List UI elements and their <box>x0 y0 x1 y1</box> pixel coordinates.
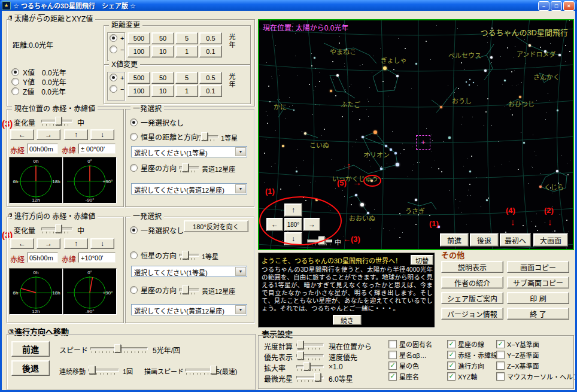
zoom-slider[interactable] <box>296 361 324 371</box>
dec-increase-button[interactable]: ↑ <box>64 129 88 140</box>
radio-oneshot-none-current[interactable]: 一発選択なし <box>130 117 184 127</box>
step-button-500[interactable]: 500 <box>127 72 150 84</box>
radio-y-axis[interactable]: Y値0.0光年 <box>11 77 66 86</box>
radio-circle[interactable] <box>110 45 117 53</box>
checkbox-star-proper-names[interactable]: 星の固有名 <box>388 339 432 350</box>
radio-circle[interactable] <box>130 226 138 234</box>
zodiac-select-direction[interactable]: 選択してください(黄道12星座) ▼ <box>131 304 247 315</box>
step-button-0.5[interactable]: 0.5 <box>199 72 222 84</box>
radio-distance-minus[interactable]: − <box>110 45 124 53</box>
print-button[interactable]: 印 刷 <box>507 292 569 304</box>
delta-slider-direction[interactable] <box>41 224 72 233</box>
reverse-180-button[interactable]: 180°反対を向く <box>184 220 248 232</box>
radio-z-axis[interactable]: Z値0.0光年 <box>11 86 66 96</box>
checkbox-star-greek-letters[interactable]: 星名αβ… <box>388 350 432 360</box>
checkbox-box[interactable] <box>388 340 397 348</box>
step-button-500[interactable]: 500 <box>127 32 150 44</box>
step-button-50[interactable]: 50 <box>151 72 174 84</box>
checkbox-constellation-names[interactable]: ✓星座名 <box>388 371 432 382</box>
checkbox-mouse-cursor-help[interactable]: マウスカーソル・ヘルプ <box>496 371 575 382</box>
radio-circle[interactable] <box>130 251 138 259</box>
step-button-100[interactable]: 100 <box>127 45 150 57</box>
radio-constellation-direction-current[interactable]: 星座の方向 <box>130 163 177 173</box>
combo-dropdown-button[interactable]: ▼ <box>235 305 246 314</box>
checkbox-xy-plane[interactable]: ✓X−Y基準面 <box>496 339 575 350</box>
sub-screen-copy-button[interactable]: サブ画面コピー <box>507 276 569 288</box>
star-level-slider-direction[interactable] <box>179 250 199 260</box>
radio-circle[interactable] <box>110 85 117 93</box>
radio-star-direction[interactable]: 恒星の方向 <box>130 250 177 260</box>
slider-thumb[interactable] <box>297 351 303 360</box>
checkbox-box[interactable] <box>496 361 505 370</box>
checkbox-constellation-lines[interactable]: ✓星座の線 <box>447 339 497 350</box>
radio-circle[interactable] <box>11 68 19 76</box>
checkbox-direction-indicator[interactable]: ✓進行方向 <box>447 360 497 371</box>
slider-thumb[interactable] <box>55 117 62 125</box>
checkbox-ra-dec-lines[interactable]: ✓赤経・赤緯線 <box>447 350 497 360</box>
step-button-50[interactable]: 50 <box>151 32 174 44</box>
combo-dropdown-button[interactable]: ▼ <box>235 147 246 156</box>
step-button-100[interactable]: 100 <box>127 85 150 97</box>
radio-circle[interactable] <box>11 78 19 86</box>
help-display-button[interactable]: 説明表示 <box>441 261 503 273</box>
priority-slider[interactable] <box>296 351 324 360</box>
first-mag-star-select-current[interactable]: 選択してください(1等星) ▼ <box>131 146 247 157</box>
dec-decrease-button[interactable]: ↓ <box>90 129 114 140</box>
slider-thumb[interactable] <box>182 251 189 259</box>
combo-dropdown-button[interactable]: ▼ <box>235 184 246 193</box>
ra-decrease-button[interactable]: ← <box>10 129 34 140</box>
checkbox-star-colors[interactable]: ✓星の色 <box>388 360 432 371</box>
slider-thumb[interactable] <box>55 224 62 233</box>
slider-thumb[interactable] <box>89 366 95 374</box>
radio-constellation-direction[interactable]: 星座の方向 <box>130 285 177 295</box>
radio-xvalue-minus[interactable]: − <box>110 85 124 93</box>
radio-circle[interactable] <box>130 133 138 141</box>
radio-xvalue-plus[interactable]: + <box>110 74 124 81</box>
checkbox-box[interactable]: ✓ <box>388 372 397 381</box>
exit-button[interactable]: 終 了 <box>507 308 569 320</box>
checkbox-box[interactable] <box>496 372 505 381</box>
checkbox-box[interactable]: ✓ <box>388 361 397 370</box>
slider-thumb[interactable] <box>182 285 189 294</box>
constellation-level-slider-direction[interactable] <box>179 285 199 294</box>
step-button-0.1[interactable]: 0.1 <box>199 45 222 57</box>
slider-thumb[interactable] <box>182 163 189 172</box>
radio-circle[interactable] <box>130 164 138 172</box>
ra-increase-button[interactable]: → <box>37 129 60 140</box>
radio-circle[interactable] <box>130 118 138 126</box>
step-button-1[interactable]: 1 <box>175 45 198 57</box>
slider-thumb[interactable] <box>201 132 208 141</box>
checkbox-box[interactable]: ✓ <box>447 361 455 370</box>
author-info-button[interactable]: 作者の紹介 <box>441 276 503 288</box>
version-info-button[interactable]: バージョン情報 <box>441 308 503 320</box>
speed-slider[interactable] <box>90 344 148 353</box>
slider-thumb[interactable] <box>303 362 310 370</box>
slider-thumb[interactable] <box>297 341 303 349</box>
step-button-5[interactable]: 5 <box>175 32 198 44</box>
move-forward-button[interactable]: 前進 <box>11 341 50 357</box>
faintest-star-slider[interactable] <box>296 372 324 382</box>
ra-decrease-button[interactable]: ← <box>10 238 34 249</box>
dec-decrease-button[interactable]: ↓ <box>90 238 114 249</box>
step-button-1[interactable]: 1 <box>175 85 198 97</box>
checkbox-box[interactable]: ✓ <box>447 351 455 359</box>
draw-speed-slider[interactable] <box>185 365 214 375</box>
step-button-10[interactable]: 10 <box>151 85 174 97</box>
luminosity-calc-slider[interactable] <box>296 340 324 350</box>
slider-thumb[interactable] <box>114 344 121 353</box>
move-backward-button[interactable]: 後退 <box>11 360 50 376</box>
radio-circle[interactable] <box>110 74 117 81</box>
checkbox-box[interactable]: ✓ <box>496 340 505 348</box>
radio-circle[interactable] <box>11 87 19 95</box>
continue-button[interactable]: 続き <box>333 315 362 325</box>
first-mag-star-select-direction[interactable]: 選択してください(1等星) ▼ <box>131 266 247 277</box>
delta-slider-current[interactable] <box>41 116 72 126</box>
star-level-slider-current[interactable] <box>198 132 218 141</box>
minimize-button[interactable]: – <box>538 1 549 11</box>
shareware-guide-button[interactable]: シェア版ご案内 <box>441 292 503 304</box>
combo-dropdown-button[interactable]: ▼ <box>235 267 246 276</box>
step-button-0.5[interactable]: 0.5 <box>199 32 222 44</box>
star-map[interactable]: やまねこぎょしゃペルセウスアンドロメダさんかくかにふたごおうしおひつじこいぬオリ… <box>258 19 574 250</box>
close-button[interactable]: × <box>563 1 575 11</box>
ra-increase-button[interactable]: → <box>37 238 60 249</box>
